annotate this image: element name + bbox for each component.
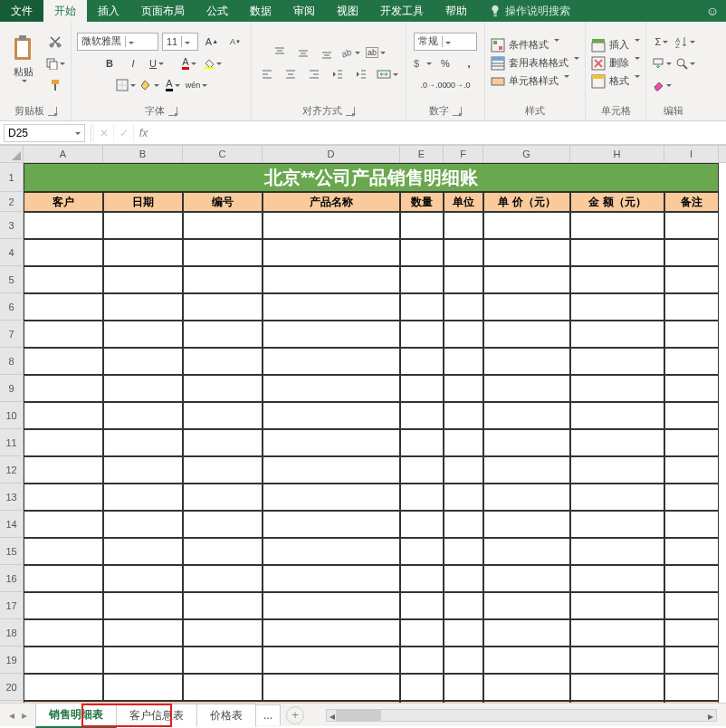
- row-header-3[interactable]: 3: [0, 212, 23, 239]
- cell[interactable]: [263, 321, 400, 348]
- tab-dev[interactable]: 开发工具: [369, 0, 435, 22]
- cell[interactable]: [263, 348, 400, 375]
- cell[interactable]: [263, 538, 400, 565]
- cell[interactable]: [103, 321, 183, 348]
- clear-button[interactable]: [652, 76, 672, 94]
- sort-filter-button[interactable]: AZ: [675, 33, 695, 51]
- cell[interactable]: [24, 293, 103, 321]
- cell[interactable]: [483, 321, 570, 348]
- cell[interactable]: [444, 511, 483, 538]
- cell[interactable]: [664, 293, 719, 321]
- cell[interactable]: [483, 348, 570, 375]
- orientation-button[interactable]: ab: [340, 43, 360, 62]
- cell[interactable]: [400, 484, 444, 511]
- cell[interactable]: [24, 402, 103, 429]
- cell[interactable]: [664, 375, 719, 402]
- cell[interactable]: [664, 239, 719, 266]
- cell[interactable]: [483, 212, 570, 239]
- format-painter-button[interactable]: [45, 76, 65, 94]
- cell[interactable]: [263, 592, 400, 619]
- align-center-button[interactable]: [281, 65, 301, 83]
- cell[interactable]: [263, 565, 400, 592]
- cell[interactable]: [664, 348, 719, 375]
- cell[interactable]: [570, 239, 664, 266]
- currency-button[interactable]: $: [412, 54, 432, 72]
- cell[interactable]: [183, 565, 263, 592]
- align-left-button[interactable]: [257, 65, 277, 83]
- cell[interactable]: [263, 619, 400, 647]
- cell[interactable]: [483, 647, 570, 674]
- new-sheet-button[interactable]: +: [286, 706, 304, 724]
- row-header-9[interactable]: 9: [0, 375, 23, 402]
- cell[interactable]: [570, 348, 664, 375]
- cell[interactable]: [103, 402, 183, 429]
- cell[interactable]: [183, 511, 263, 538]
- cell[interactable]: [444, 402, 483, 429]
- insert-cells-button[interactable]: 插入: [591, 38, 640, 53]
- cell[interactable]: [570, 429, 664, 456]
- merge-button[interactable]: [375, 65, 400, 83]
- cell[interactable]: [570, 212, 664, 239]
- cell[interactable]: [570, 402, 664, 429]
- tab-home[interactable]: 开始: [43, 0, 87, 22]
- cell[interactable]: [664, 511, 719, 538]
- cell[interactable]: [664, 592, 719, 619]
- cell[interactable]: [483, 565, 570, 592]
- cell[interactable]: [183, 266, 263, 293]
- indent-dec-button[interactable]: [328, 65, 348, 83]
- cell[interactable]: [444, 538, 483, 565]
- cell[interactable]: [103, 565, 183, 592]
- cell[interactable]: [400, 538, 444, 565]
- enter-formula-button[interactable]: ✓: [113, 124, 133, 142]
- cell[interactable]: [664, 456, 719, 484]
- horiz-scrollbar[interactable]: ◂ ▸: [326, 709, 717, 722]
- cell[interactable]: [444, 348, 483, 375]
- cell[interactable]: [103, 239, 183, 266]
- cell[interactable]: [183, 429, 263, 456]
- font-name-combo[interactable]: 微软雅黑: [77, 33, 158, 51]
- cell[interactable]: [570, 674, 664, 701]
- cell[interactable]: [24, 266, 103, 293]
- tab-view[interactable]: 视图: [326, 0, 369, 22]
- row-header-6[interactable]: 6: [0, 293, 23, 321]
- row-header-11[interactable]: 11: [0, 429, 23, 456]
- cell[interactable]: [103, 293, 183, 321]
- paste-button[interactable]: 粘贴: [5, 31, 42, 95]
- cell[interactable]: [183, 402, 263, 429]
- cell[interactable]: [183, 239, 263, 266]
- cell[interactable]: [103, 429, 183, 456]
- cell[interactable]: [483, 511, 570, 538]
- col-header-A[interactable]: A: [24, 146, 103, 162]
- cell[interactable]: [570, 592, 664, 619]
- format-cells-button[interactable]: 格式: [591, 74, 640, 89]
- cell[interactable]: [400, 592, 444, 619]
- cell[interactable]: [483, 619, 570, 647]
- row-header-18[interactable]: 18: [0, 619, 23, 647]
- cell[interactable]: [483, 375, 570, 402]
- increase-font-button[interactable]: A▲: [202, 33, 222, 51]
- cell[interactable]: [183, 484, 263, 511]
- cell[interactable]: [570, 321, 664, 348]
- cell[interactable]: [570, 266, 664, 293]
- cell[interactable]: [483, 484, 570, 511]
- cell[interactable]: [483, 456, 570, 484]
- cell[interactable]: [24, 511, 103, 538]
- italic-button[interactable]: I: [123, 54, 143, 72]
- indent-inc-button[interactable]: [351, 65, 371, 83]
- cell[interactable]: [263, 429, 400, 456]
- tab-review[interactable]: 审阅: [282, 0, 326, 22]
- cell[interactable]: [444, 293, 483, 321]
- delete-cells-button[interactable]: 删除: [591, 56, 640, 71]
- tab-help[interactable]: 帮助: [435, 0, 478, 22]
- cut-button[interactable]: [45, 33, 65, 51]
- font-launcher[interactable]: [168, 107, 177, 116]
- find-button[interactable]: [675, 54, 695, 72]
- col-header-E[interactable]: E: [400, 146, 444, 162]
- cell[interactable]: [664, 674, 719, 701]
- number-launcher[interactable]: [453, 107, 462, 116]
- cell[interactable]: [444, 456, 483, 484]
- cell[interactable]: [183, 293, 263, 321]
- borders-button[interactable]: [116, 76, 136, 94]
- cell[interactable]: [183, 538, 263, 565]
- cell[interactable]: [263, 375, 400, 402]
